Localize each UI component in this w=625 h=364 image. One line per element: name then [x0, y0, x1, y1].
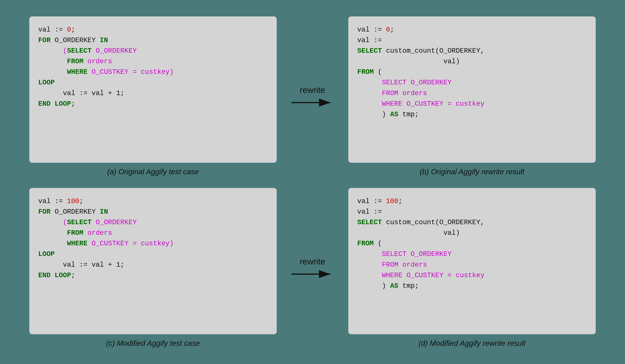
- code-content-b: val := 0; val := SELECT custom_count(O_O…: [357, 25, 587, 156]
- box-b: val := 0; val := SELECT custom_count(O_O…: [348, 16, 596, 176]
- code-content-c: val := 100; FOR O_ORDERKEY IN (SELECT O_…: [38, 196, 268, 328]
- code-content-a: val := 0; FOR O_ORDERKEY IN (SELECT O_OR…: [38, 25, 268, 156]
- box-c: val := 100; FOR O_ORDERKEY IN (SELECT O_…: [29, 188, 277, 348]
- caption-c: (c) Modified Aggify test case: [29, 339, 277, 348]
- caption-a: (a) Original Aggify test case: [29, 167, 277, 176]
- arrow-icon-top: [291, 98, 334, 108]
- code-box-a: val := 0; FOR O_ORDERKEY IN (SELECT O_OR…: [29, 16, 277, 163]
- bottom-row: val := 100; FOR O_ORDERKEY IN (SELECT O_…: [18, 185, 607, 350]
- box-d: val := 100; val := SELECT custom_count(O…: [348, 188, 596, 348]
- arrow-label-bottom: rewrite: [300, 256, 325, 266]
- code-content-d: val := 100; val := SELECT custom_count(O…: [357, 196, 587, 328]
- main-container: val := 0; FOR O_ORDERKEY IN (SELECT O_OR…: [11, 7, 614, 357]
- arrow-a: rewrite: [286, 85, 339, 108]
- code-box-d: val := 100; val := SELECT custom_count(O…: [348, 188, 596, 334]
- box-a: val := 0; FOR O_ORDERKEY IN (SELECT O_OR…: [29, 16, 277, 176]
- caption-b: (b) Original Aggify rewrite result: [348, 167, 596, 176]
- arrow-label-top: rewrite: [300, 85, 325, 95]
- code-box-c: val := 100; FOR O_ORDERKEY IN (SELECT O_…: [29, 188, 277, 334]
- arrow-b: rewrite: [286, 256, 339, 279]
- top-row: val := 0; FOR O_ORDERKEY IN (SELECT O_OR…: [18, 14, 607, 179]
- caption-d: (d) Modified Aggify rewrite result: [348, 339, 596, 348]
- code-box-b: val := 0; val := SELECT custom_count(O_O…: [348, 16, 596, 163]
- arrow-icon-bottom: [291, 269, 334, 279]
